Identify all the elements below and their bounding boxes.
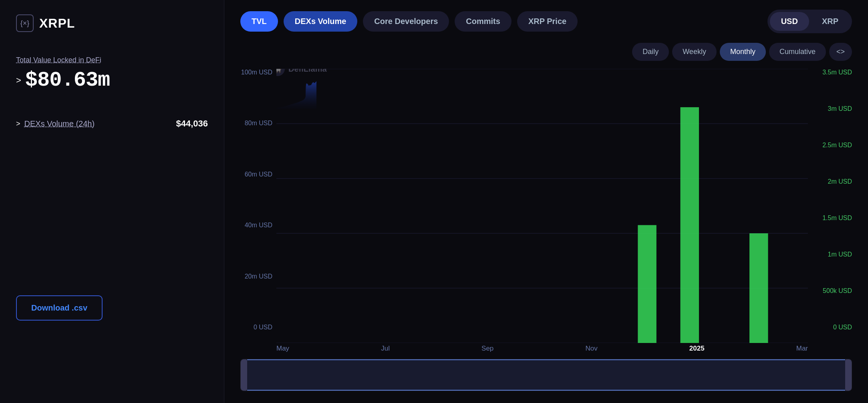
tvl-value: $80.63m <box>25 68 110 92</box>
logo-area: {×} XRPL <box>16 14 208 32</box>
time-monthly-button[interactable]: Monthly <box>720 43 766 61</box>
area-fill <box>276 81 316 109</box>
x-label-jul: Jul <box>381 345 390 353</box>
chart-container: 100m USD 80m USD 60m USD 40m USD 20m USD… <box>240 69 852 395</box>
svg-text:🦙: 🦙 <box>276 69 282 74</box>
x-label-nov: Nov <box>585 345 597 353</box>
tvl-value-row: > $80.63m <box>16 68 208 92</box>
y-left-label-3: 40m USD <box>240 222 276 229</box>
svg-text:DefiLlama: DefiLlama <box>288 69 327 73</box>
x-axis: May Jul Sep Nov 2025 Mar <box>276 343 808 355</box>
time-filter: Daily Weekly Monthly Cumulative <> <box>240 43 852 61</box>
mini-nav-handle-left[interactable] <box>241 359 247 391</box>
time-daily-button[interactable]: Daily <box>632 43 669 61</box>
time-code-button[interactable]: <> <box>829 43 852 61</box>
y-right-label-7: 0 USD <box>829 324 852 331</box>
tvl-arrow: > <box>16 75 21 86</box>
tvl-metric: Total Value Locked in DeFi > $80.63m <box>16 56 208 92</box>
y-right-label-1: 3m USD <box>824 105 852 112</box>
tab-tvl[interactable]: TVL <box>240 11 278 32</box>
tab-commits[interactable]: Commits <box>455 11 512 32</box>
bar-jan2025 <box>681 107 699 343</box>
mini-nav-handle-right[interactable] <box>845 359 852 391</box>
main-content: TVL DEXs Volume Core Developers Commits … <box>224 0 868 403</box>
y-right-label-2: 2.5m USD <box>818 142 852 149</box>
y-left-label-5: 0 USD <box>240 324 276 331</box>
bar-mar <box>749 233 768 343</box>
logo-icon: {×} <box>16 14 34 32</box>
x-label-may: May <box>276 345 289 353</box>
app-title: XRPL <box>39 16 75 31</box>
mini-nav-selection <box>247 359 845 391</box>
dex-volume-metric: > DEXs Volume (24h) $44,036 <box>16 112 208 135</box>
y-axis-left: 100m USD 80m USD 60m USD 40m USD 20m USD… <box>240 69 276 331</box>
tvl-label: Total Value Locked in DeFi <box>16 56 208 64</box>
currency-xrp-button[interactable]: XRP <box>811 12 850 31</box>
y-right-label-6: 500k USD <box>819 287 852 295</box>
x-label-mar: Mar <box>796 345 808 353</box>
chart-wrapper: 100m USD 80m USD 60m USD 40m USD 20m USD… <box>240 69 852 355</box>
dex-label: DEXs Volume (24h) <box>24 119 95 128</box>
y-left-label-4: 20m USD <box>240 273 276 280</box>
tab-dexs-volume[interactable]: DEXs Volume <box>284 11 358 32</box>
y-left-label-0: 100m USD <box>240 69 276 76</box>
dex-value: $44,036 <box>176 118 208 129</box>
dex-arrow: > <box>16 120 20 128</box>
watermark: 🦙 DefiLlama <box>276 69 327 76</box>
currency-toggle: USD XRP <box>767 10 852 33</box>
sidebar: {×} XRPL Total Value Locked in DeFi > $8… <box>0 0 224 403</box>
top-nav: TVL DEXs Volume Core Developers Commits … <box>240 10 852 33</box>
y-left-label-2: 60m USD <box>240 171 276 178</box>
currency-usd-button[interactable]: USD <box>770 12 809 31</box>
y-axis-right: 3.5m USD 3m USD 2.5m USD 2m USD 1.5m USD… <box>808 69 852 331</box>
time-cumulative-button[interactable]: Cumulative <box>769 43 826 61</box>
bar-nov <box>638 225 656 343</box>
y-right-label-5: 1m USD <box>824 251 852 258</box>
main-chart-svg: 🦙 DefiLlama <box>276 69 808 343</box>
x-label-2025: 2025 <box>689 345 705 353</box>
y-right-label-4: 1.5m USD <box>818 215 852 222</box>
x-label-sep: Sep <box>481 345 493 353</box>
y-left-label-1: 80m USD <box>240 120 276 127</box>
mini-navigator[interactable] <box>240 359 852 391</box>
download-csv-button[interactable]: Download .csv <box>16 295 103 321</box>
tab-core-developers[interactable]: Core Developers <box>363 11 449 32</box>
y-right-label-0: 3.5m USD <box>818 69 852 76</box>
time-weekly-button[interactable]: Weekly <box>672 43 717 61</box>
y-right-label-3: 2m USD <box>824 178 852 185</box>
tab-xrp-price[interactable]: XRP Price <box>517 11 578 32</box>
